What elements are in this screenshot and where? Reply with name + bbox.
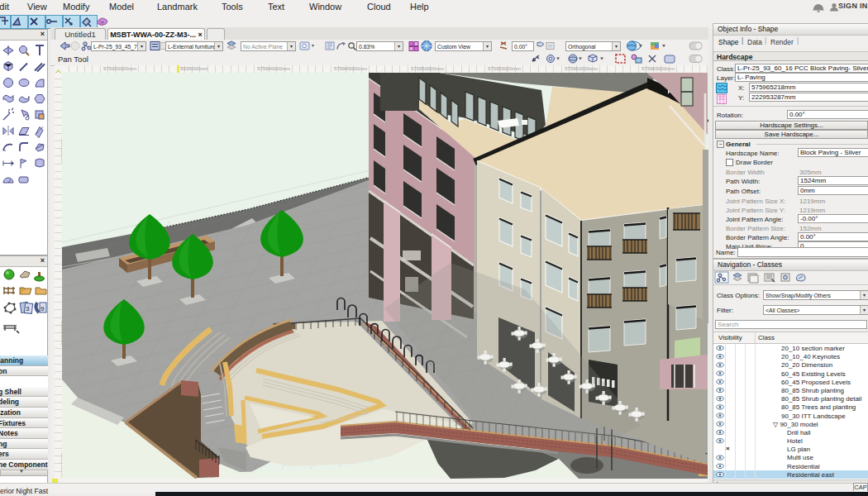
svg-text:9: 9 [41, 305, 45, 312]
svg-text:3: 3 [26, 305, 30, 312]
